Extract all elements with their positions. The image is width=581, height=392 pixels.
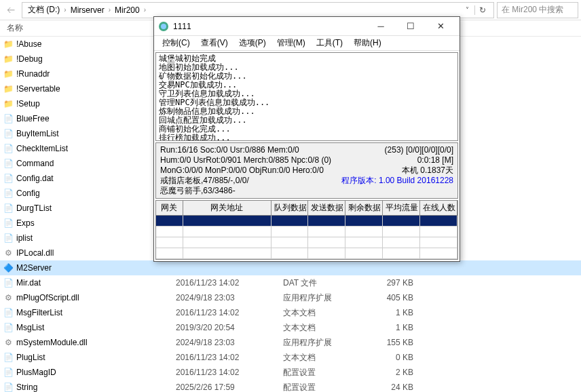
version-label: 程序版本: 1.00 Build 20161228 — [341, 176, 453, 186]
grid-cell — [183, 248, 271, 259]
grid-cell — [345, 216, 383, 227]
stat-right: 0:0:18 [M] — [341, 155, 453, 165]
grid-row[interactable] — [156, 227, 457, 237]
file-name: mPlugOfScript.dll — [16, 293, 79, 302]
search-input[interactable]: 在 Mir200 中搜索 — [497, 2, 578, 18]
file-row[interactable]: 📄MsgList2019/3/20 20:54文本文档1 KB — [0, 320, 581, 335]
grid-cell — [383, 227, 420, 237]
grid-cell — [345, 248, 383, 259]
grid-header: 网关网关地址队列数据发送数据剩余数据平均流量在线人数 — [156, 201, 457, 216]
file-icon: 📄 — [3, 203, 14, 214]
dll-icon: ⚙ — [3, 337, 14, 348]
file-row[interactable]: 📄String2025/2/26 17:59配置设置24 KB — [0, 380, 581, 392]
file-row[interactable]: ⚙mSystemModule.dll2024/9/18 23:03应用程序扩展1… — [0, 335, 581, 350]
grid-cell — [183, 216, 271, 227]
maximize-button[interactable]: ☐ — [396, 17, 426, 36]
chevron-down-icon[interactable]: ˅ — [463, 6, 472, 14]
file-name: M2Server — [16, 263, 52, 273]
stat-right: 本机 0.1837天 — [341, 165, 453, 176]
file-row[interactable]: 🔷M2Server — [0, 260, 581, 275]
file-row[interactable]: ⚙mPlugOfScript.dll2024/9/18 23:03应用程序扩展4… — [0, 290, 581, 305]
file-icon: 📄 — [3, 233, 14, 243]
nav-back-button[interactable]: 🡠 — [3, 2, 19, 18]
grid-col-header[interactable]: 网关地址 — [183, 201, 271, 215]
grid-cell — [271, 237, 309, 248]
file-date: 2016/11/23 14:02 — [176, 353, 283, 362]
dll-icon: ⚙ — [3, 292, 14, 303]
col-name[interactable]: 名称 — [3, 22, 176, 34]
file-row[interactable]: 📄PlusMagID2016/11/23 14:02配置设置2 KB — [0, 365, 581, 380]
grid-cell — [308, 248, 345, 259]
file-size: 1 KB — [371, 308, 419, 317]
file-size: 24 KB — [371, 383, 419, 392]
file-name: mSystemModule.dll — [16, 338, 88, 347]
file-date: 2024/9/18 23:03 — [176, 293, 283, 302]
file-name: CheckItemList — [16, 144, 68, 153]
file-row[interactable]: 📄Mir.dat2016/11/23 14:02DAT 文件297 KB — [0, 275, 581, 290]
grid-row[interactable] — [156, 237, 457, 248]
log-area: 城堡城初始完成 地图初始加载成功... 矿物数据初始化成功... 交易NPC加载… — [155, 52, 458, 141]
file-type: 文本文档 — [283, 322, 371, 334]
file-icon: 📄 — [3, 173, 14, 184]
breadcrumb-item[interactable]: 文档 (D:) — [26, 4, 61, 16]
file-name: !Servertable — [16, 84, 60, 94]
file-icon: 📄 — [3, 382, 14, 392]
grid-col-header[interactable]: 在线人数 — [420, 201, 457, 215]
grid-row[interactable] — [156, 248, 457, 259]
file-size: 1 KB — [371, 323, 419, 332]
grid-col-header[interactable]: 发送数据 — [308, 201, 345, 215]
file-icon: 📄 — [3, 128, 14, 139]
file-row[interactable]: 📄MsgFilterList2016/11/23 14:02文本文档1 KB — [0, 305, 581, 320]
file-type: 配置设置 — [283, 382, 371, 393]
breadcrumb-item[interactable]: Mir200 — [113, 5, 141, 15]
file-icon: 📄 — [3, 188, 14, 199]
file-size: 405 KB — [371, 293, 419, 302]
menu-item[interactable]: 帮助(H) — [348, 36, 387, 50]
dll-icon: ⚙ — [3, 248, 14, 258]
menu-item[interactable]: 选项(P) — [233, 36, 271, 50]
app-icon — [158, 21, 169, 32]
exe-icon: 🔷 — [3, 262, 14, 273]
menu-item[interactable]: 控制(C) — [157, 36, 195, 50]
file-date: 2025/2/26 17:59 — [176, 383, 283, 392]
grid-row[interactable] — [156, 216, 457, 227]
chevron-right-icon: › — [106, 6, 113, 14]
minimize-button[interactable]: ─ — [366, 17, 396, 36]
menu-item[interactable]: 查看(V) — [195, 36, 233, 50]
grid-cell — [156, 237, 183, 248]
file-size: 2 KB — [371, 368, 419, 377]
grid-cell — [420, 216, 457, 227]
folder-icon: 📁 — [3, 39, 14, 50]
grid-cell — [308, 216, 345, 227]
grid-cell — [420, 237, 457, 248]
breadcrumb[interactable]: 文档 (D:) › Mirserver › Mir200 › ˅ ↻ — [22, 2, 494, 18]
file-name: !Runaddr — [16, 69, 50, 79]
grid-col-header[interactable]: 平均流量 — [383, 201, 420, 215]
grid-col-header[interactable]: 网关 — [156, 201, 183, 215]
refresh-icon[interactable]: ↻ — [474, 5, 489, 15]
file-row[interactable]: 📄PlugList2016/11/23 14:02文本文档0 KB — [0, 350, 581, 365]
file-size: 0 KB — [371, 353, 419, 362]
stats-panel: Run:16/16 Soc:0/0 Usr:0/886 Mem:0/0 Hum:… — [155, 142, 458, 199]
menu-item[interactable]: 管理(M) — [271, 36, 311, 50]
grid-cell — [345, 227, 383, 237]
grid-cell — [271, 227, 309, 237]
file-type: 应用程序扩展 — [283, 292, 371, 304]
grid-col-header[interactable]: 剩余数据 — [345, 201, 383, 215]
file-name: !Abuse — [16, 39, 41, 49]
close-button[interactable]: ✕ — [426, 17, 455, 36]
file-icon: 📄 — [3, 307, 14, 318]
titlebar[interactable]: 1111 ─ ☐ ✕ — [154, 17, 460, 36]
breadcrumb-item[interactable]: Mirserver — [69, 5, 106, 15]
grid-col-header[interactable]: 队列数据 — [271, 201, 309, 215]
chevron-right-icon: › — [61, 6, 69, 14]
file-name: Config — [16, 189, 40, 198]
grid-cell — [271, 248, 309, 259]
grid-cell — [345, 237, 383, 248]
file-name: iplist — [16, 233, 33, 243]
file-date: 2016/11/23 14:02 — [176, 278, 283, 288]
folder-icon: 📁 — [3, 54, 14, 64]
menu-item[interactable]: 工具(T) — [311, 36, 348, 50]
file-name: Command — [16, 159, 54, 168]
grid-cell — [308, 227, 345, 237]
